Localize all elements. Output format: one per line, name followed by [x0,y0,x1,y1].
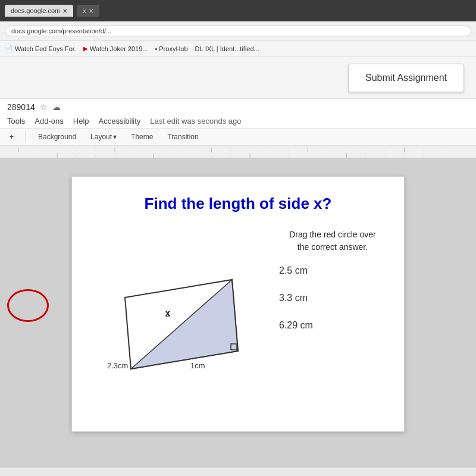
slides-menu-row: Tools Add-ons Help Accessibility Last ed… [0,115,476,128]
bookmark-icon-2: ▶ [83,45,88,52]
bookmark-3[interactable]: • ProxyHub [155,45,187,52]
tab-close-icon2[interactable]: ✕ [89,8,93,14]
answer-choice-2[interactable]: 3.3 cm [279,293,386,303]
ruler: | . . . . | . . . . | . . . . | . . . . … [0,146,476,158]
slides-title-row: 289014 ☆ ☁ [0,99,476,115]
new-tab[interactable]: x ✕ [77,5,99,17]
slide-content: Find the length of side x? x 2.3cm [71,176,405,432]
answer-choice-3[interactable]: 6.29 cm [279,320,386,331]
address-bar-row: docs.google.com/presentation/d/... [0,21,476,40]
side-1cm-label: 1cm [190,361,205,370]
background-label: Background [38,133,76,141]
address-input[interactable]: docs.google.com/presentation/d/... [5,26,471,36]
add-slide-button[interactable]: + [5,131,18,143]
bookmark-dot-icon: • [155,45,157,52]
bookmark-4[interactable]: DL IXL | Ident...tified... [195,45,259,52]
new-tab-label: x [83,7,86,14]
bookmark-icon-1: 📄 [5,45,13,52]
answer-choice-1[interactable]: 2.5 cm [279,265,386,276]
slide-title: Find the length of side x? [145,195,332,213]
background-button[interactable]: Background [33,131,81,143]
slide-body: x 2.3cm 1cm Drag the red circle overthe … [90,223,386,419]
side-23cm-label: 2.3cm [107,361,128,370]
bookmark-2[interactable]: ▶ Watch Joker 2019... [83,45,148,52]
transition-label: Transition [167,133,198,141]
red-circle-draggable[interactable] [7,289,49,322]
tab-label: docs.google.com [11,7,60,14]
menu-help[interactable]: Help [73,117,89,126]
slide-left: x 2.3cm 1cm [90,223,267,419]
slide-canvas: Find the length of side x? x 2.3cm [0,158,476,468]
browser-chrome: docs.google.com ✕ x ✕ [0,0,476,21]
cloud-save-icon: ☁ [52,102,61,112]
triangle-diagram: x 2.3cm 1cm [101,262,256,381]
ruler-marks: | . . . . | . . . . | . . . . | . . . . … [18,147,470,158]
bookmark-1[interactable]: 📄 Watch Eed Eoys For... [5,45,76,52]
bookmark-ixl-icon: DL [195,45,203,52]
side-x-label: x [165,308,170,318]
slides-header: 289014 ☆ ☁ Tools Add-ons Help Accessibil… [0,99,476,146]
menu-addons[interactable]: Add-ons [35,117,63,126]
plus-icon: + [10,133,14,141]
theme-label: Theme [131,133,153,141]
theme-button[interactable]: Theme [126,131,158,143]
submit-area: Submit Assignment [0,57,476,99]
slide-right: Drag the red circle overthe correct answ… [279,223,386,419]
layout-button[interactable]: Layout ▾ [86,131,121,143]
tab-close-icon[interactable]: ✕ [62,8,67,14]
slides-toolbar: + Background Layout ▾ Theme Transition [0,128,476,146]
layout-label: Layout [90,133,112,141]
active-tab[interactable]: docs.google.com ✕ [5,5,73,17]
star-icon[interactable]: ☆ [40,102,48,112]
submit-assignment-button[interactable]: Submit Assignment [348,64,464,92]
layout-chevron-icon: ▾ [113,133,117,141]
svg-marker-1 [131,280,238,369]
last-edit-status: Last edit was seconds ago [150,117,241,126]
instruction-text: Drag the red circle overthe correct answ… [279,228,386,253]
menu-accessibility[interactable]: Accessibility [99,117,141,126]
transition-button[interactable]: Transition [162,131,203,143]
bookmarks-bar: 📄 Watch Eed Eoys For... ▶ Watch Joker 20… [0,40,476,57]
menu-tools[interactable]: Tools [7,117,25,126]
slides-document-title: 289014 [7,102,35,112]
toolbar-divider [26,131,26,143]
